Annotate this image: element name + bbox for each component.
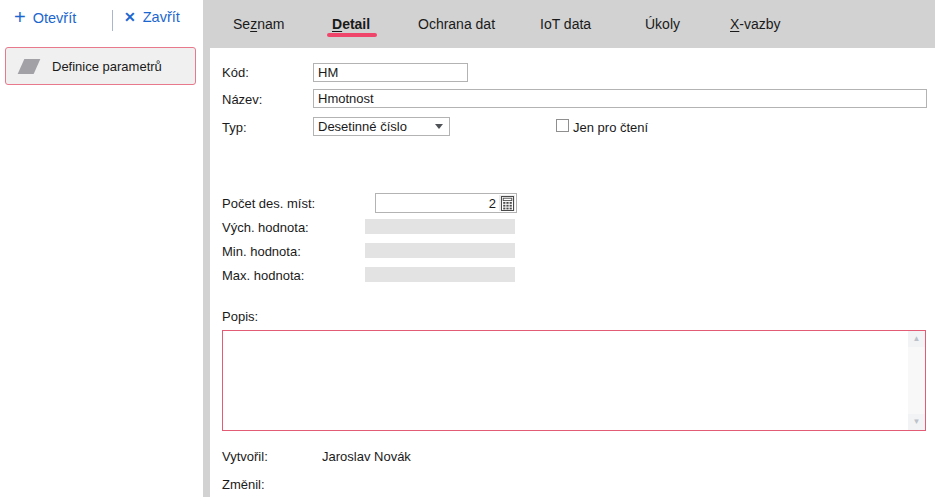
- left-panel: + Otevřít ✕ Zavřít Definice parametrů: [0, 0, 203, 497]
- typ-label: Typ:: [222, 120, 247, 135]
- typ-dropdown-value: Desetinné číslo: [314, 119, 435, 134]
- plus-icon: +: [14, 8, 26, 26]
- triangle-down-icon: ▼: [913, 418, 921, 426]
- typ-dropdown[interactable]: Desetinné číslo: [313, 117, 450, 136]
- tab-label-part: nam: [257, 16, 284, 32]
- chevron-down-icon: [435, 124, 443, 129]
- calculator-icon: [501, 196, 514, 211]
- popis-label: Popis:: [222, 309, 258, 324]
- close-button[interactable]: ✕ Zavřít: [124, 9, 180, 25]
- popis-field: ▲ ▼: [222, 330, 926, 431]
- tab-label-part: Se: [233, 16, 250, 32]
- popis-textarea[interactable]: [223, 331, 907, 430]
- tab-iot-data[interactable]: IoT data: [540, 17, 591, 32]
- vytvoril-value: Jaroslav Novák: [322, 449, 411, 464]
- vytvoril-label: Vytvořil:: [222, 449, 268, 464]
- tab-label-part: IoT data: [540, 16, 591, 32]
- jen-pro-cteni-label: Jen pro čtení: [573, 120, 648, 135]
- active-tab-underline: [327, 33, 377, 37]
- scroll-up-button[interactable]: ▲: [908, 331, 925, 347]
- popis-scrollbar[interactable]: ▲ ▼: [908, 331, 925, 430]
- app-window: + Otevřít ✕ Zavřít Definice parametrů Se…: [0, 0, 935, 497]
- tab-bar: Seznam Detail Ochrana dat IoT data Úkoly…: [203, 0, 935, 48]
- sidebar-item-definice-parametru[interactable]: Definice parametrů: [5, 47, 196, 85]
- tab-label-part: Ochrana dat: [418, 16, 495, 32]
- vych-hodnota-label: Vých. hodnota:: [222, 220, 309, 235]
- jen-pro-cteni-checkbox[interactable]: [556, 119, 569, 132]
- detail-form: Kód: Název: Typ: Desetinné číslo Jen pro…: [210, 48, 935, 497]
- max-hodnota-field-disabled: [365, 267, 515, 282]
- tab-accel: D: [332, 16, 342, 32]
- close-icon: ✕: [124, 9, 136, 25]
- scroll-down-button[interactable]: ▼: [908, 414, 925, 430]
- min-hodnota-label: Min. hodnota:: [222, 244, 301, 259]
- nazev-input[interactable]: [313, 89, 927, 108]
- sidebar-item-label: Definice parametrů: [52, 59, 162, 74]
- pocet-des-mist-field: [375, 193, 517, 213]
- kod-input[interactable]: [313, 63, 468, 82]
- tab-ochrana-dat[interactable]: Ochrana dat: [418, 17, 495, 32]
- calculator-button[interactable]: [499, 195, 515, 211]
- tab-accel: X: [730, 16, 739, 32]
- max-hodnota-label: Max. hodnota:: [222, 268, 304, 283]
- min-hodnota-field-disabled: [365, 243, 515, 258]
- tab-seznam[interactable]: Seznam: [233, 17, 284, 32]
- tab-ukoly[interactable]: Úkoly: [645, 17, 680, 32]
- panel-divider: [203, 0, 210, 497]
- tab-label-part: -vazby: [739, 16, 780, 32]
- vych-hodnota-field-disabled: [365, 219, 515, 234]
- nazev-label: Název:: [222, 92, 262, 107]
- pocet-des-mist-label: Počet des. míst:: [222, 196, 315, 211]
- open-button[interactable]: + Otevřít: [14, 9, 76, 27]
- tab-label-part: etail: [342, 16, 370, 32]
- tab-x-vazby[interactable]: X-vazby: [730, 17, 781, 32]
- open-button-label: Otevřít: [33, 10, 77, 26]
- parallelogram-icon: [18, 59, 41, 74]
- zmenil-label: Změnil:: [222, 477, 265, 492]
- tab-label-part: Úkoly: [645, 16, 680, 32]
- triangle-up-icon: ▲: [913, 335, 921, 343]
- tab-detail[interactable]: Detail: [332, 17, 370, 32]
- kod-label: Kód:: [222, 65, 249, 80]
- pocet-des-mist-input[interactable]: [376, 194, 516, 212]
- toolbar-divider: [112, 10, 113, 31]
- close-button-label: Zavřít: [143, 9, 180, 25]
